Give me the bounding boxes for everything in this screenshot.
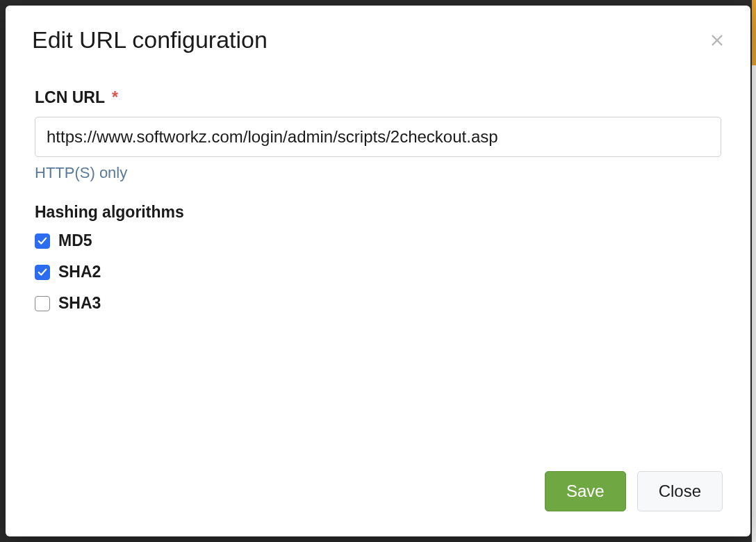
url-input[interactable] (35, 117, 721, 157)
checkbox-md5[interactable] (35, 233, 50, 249)
edit-url-modal: Edit URL configuration LCN URL * HTTP(S)… (6, 6, 750, 536)
modal-body: LCN URL * HTTP(S) only Hashing algorithm… (6, 67, 750, 457)
checkbox-label-sha3[interactable]: SHA3 (58, 294, 101, 313)
modal-header: Edit URL configuration (6, 6, 750, 67)
url-help-text: HTTP(S) only (35, 164, 721, 182)
backdrop-strip (752, 0, 756, 542)
close-icon[interactable] (707, 31, 727, 50)
hashing-options: MD5 SHA2 SHA3 (35, 231, 721, 313)
checkbox-label-md5[interactable]: MD5 (58, 231, 92, 250)
hashing-label: Hashing algorithms (35, 203, 721, 222)
url-form-group: LCN URL * HTTP(S) only (35, 88, 721, 182)
modal-footer: Save Close (6, 457, 750, 536)
checkbox-sha3[interactable] (35, 296, 50, 311)
modal-title: Edit URL configuration (32, 26, 724, 54)
url-label: LCN URL * (35, 88, 721, 107)
checkbox-row-sha2: SHA2 (35, 263, 721, 281)
save-button[interactable]: Save (545, 471, 626, 511)
url-label-text: LCN URL (35, 88, 105, 106)
checkbox-row-md5: MD5 (35, 231, 721, 250)
close-button[interactable]: Close (637, 471, 723, 511)
checkbox-label-sha2[interactable]: SHA2 (58, 263, 101, 281)
checkbox-row-sha3: SHA3 (35, 294, 721, 313)
checkbox-sha2[interactable] (35, 265, 50, 280)
required-indicator: * (112, 88, 118, 106)
hashing-form-group: Hashing algorithms MD5 SHA2 (35, 203, 721, 313)
